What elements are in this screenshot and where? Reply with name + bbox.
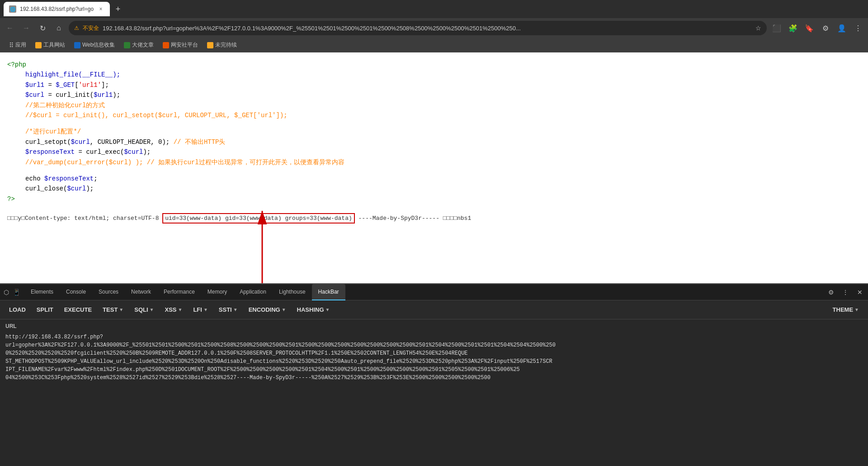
- devtools-actions: ⚙ ⋮ ✕: [825, 286, 866, 299]
- code-blank2: [7, 167, 861, 174]
- page-content: <?php highlight_file(__FILE__); $url1 = …: [0, 52, 868, 283]
- tab-console[interactable]: Console: [60, 284, 92, 300]
- hackbar-split-button[interactable]: SPLIT: [33, 304, 57, 315]
- menu-button[interactable]: ⋮: [852, 22, 864, 34]
- address-bar[interactable]: ⚠ 不安全 192.168.43.82/ssrf.php?url=gopher%…: [69, 21, 767, 35]
- code-display: <?php highlight_file(__FILE__); $url1 = …: [0, 52, 868, 211]
- hackbar-theme-button[interactable]: THEME ▼: [829, 304, 863, 315]
- uid-highlight-box: uid=33(www-data) gid=33(www-data) groups…: [162, 213, 354, 223]
- tab-sources[interactable]: Sources: [92, 284, 125, 300]
- home-button[interactable]: ⌂: [52, 22, 65, 34]
- tab-memory[interactable]: Memory: [201, 284, 233, 300]
- insecure-label: 不安全: [83, 24, 99, 32]
- code-blank1: [7, 120, 861, 127]
- hackbar-url-value[interactable]: http://192.168.43.82/ssrf.php? url=gophe…: [5, 333, 863, 382]
- hackbar-lfi-button[interactable]: LFI ▼: [189, 304, 211, 315]
- tab-application[interactable]: Application: [233, 284, 273, 300]
- output-suffix: ----Made-by-SpyD3r----- □□□□nbs1: [355, 215, 471, 222]
- bookmark-articles[interactable]: 大佬文章: [120, 40, 157, 50]
- devtools-device-icon[interactable]: 📱: [12, 288, 21, 297]
- hackbar-execute-button[interactable]: EXECUTE: [61, 304, 95, 315]
- tab-network[interactable]: Network: [125, 284, 157, 300]
- code-line-url1: $url1 = $_GET['url1'];: [25, 80, 861, 90]
- sqli-dropdown-arrow: ▼: [150, 307, 154, 312]
- code-line-curl-init: $curl = curl_init($url1);: [25, 90, 861, 100]
- refresh-button[interactable]: ↻: [36, 22, 49, 34]
- hackbar-test-button[interactable]: TEST ▼: [99, 304, 127, 315]
- bookmark-web-collect[interactable]: Web信息收集: [71, 40, 118, 50]
- bookmarks-bar: ⠿ 应用 工具网站 Web信息收集 大佬文章 网安社平台 未完待续: [0, 38, 868, 52]
- code-line-close: curl_close($curl);: [25, 184, 861, 194]
- code-line-comment3: /*进行curl配置*/: [25, 127, 861, 137]
- bookmark-platform-label: 网安社平台: [171, 41, 198, 49]
- devtools-tabs: ⬡ 📱 Elements Console Sources Network Per…: [0, 284, 868, 300]
- hackbar-url-label: URL: [5, 323, 863, 329]
- devtools-more-icon[interactable]: ⋮: [839, 286, 852, 299]
- ssti-dropdown-arrow: ▼: [233, 307, 238, 312]
- bookmark-apps[interactable]: ⠿ 应用: [5, 40, 30, 50]
- output-prefix: □□□y□Content-type: text/html; charset=UT…: [7, 215, 162, 222]
- code-line-comment4: //var_dump(curl_error($curl) ); // 如果执行c…: [25, 157, 861, 167]
- devtools-inspect-icon[interactable]: ⬡: [2, 288, 11, 297]
- code-line-comment2: //$curl = curl_init(), curl_setopt($curl…: [25, 110, 861, 120]
- bookmark-unfinished[interactable]: 未完待续: [203, 40, 241, 50]
- extensions-button[interactable]: 🧩: [787, 22, 799, 34]
- theme-dropdown-arrow: ▼: [854, 307, 859, 312]
- tab-elements[interactable]: Elements: [24, 284, 60, 300]
- forward-button[interactable]: →: [20, 22, 33, 34]
- tab-title: 192.168.43.82/ssrf.php?url=go: [20, 6, 94, 12]
- code-line-exec: $responseText = curl_exec($curl);: [25, 147, 861, 157]
- code-line-comment1: //第二种初始化curl的方式: [25, 100, 861, 110]
- bookmark-unfinished-label: 未完待续: [215, 41, 237, 49]
- bookmark-platform[interactable]: 网安社平台: [159, 40, 202, 50]
- browser-chrome: 🌐 192.168.43.82/ssrf.php?url=go × + ← → …: [0, 0, 868, 52]
- encoding-dropdown-arrow: ▼: [282, 307, 286, 312]
- devtools-settings-icon[interactable]: ⚙: [825, 286, 837, 299]
- settings-button[interactable]: ⚙: [819, 22, 832, 34]
- tab-favicon: 🌐: [9, 5, 16, 13]
- bookmark-star-icon[interactable]: ☆: [755, 24, 761, 32]
- code-line-php-open: <?php: [7, 60, 861, 70]
- hackbar-xss-button[interactable]: XSS ▼: [161, 304, 186, 315]
- bookmark-web-label: Web信息收集: [82, 41, 115, 49]
- bookmark-button[interactable]: 🔖: [803, 22, 816, 34]
- tab-performance[interactable]: Performance: [157, 284, 201, 300]
- new-tab-button[interactable]: +: [112, 3, 124, 15]
- bookmark-articles-label: 大佬文章: [132, 41, 154, 49]
- hackbar-ssti-button[interactable]: SSTI ▼: [215, 304, 241, 315]
- cast-button[interactable]: ⬛: [770, 22, 783, 34]
- hackbar-hashing-button[interactable]: HASHING ▼: [293, 304, 334, 315]
- hackbar-load-button[interactable]: LOAD: [5, 304, 29, 315]
- hackbar-toolbar: LOAD SPLIT EXECUTE TEST ▼ SQLI ▼ XSS ▼ L…: [0, 300, 868, 319]
- hackbar-content: URL http://192.168.43.82/ssrf.php? url=g…: [0, 319, 868, 466]
- code-line-highlight: highlight_file(__FILE__);: [25, 70, 861, 80]
- tab-hackbar[interactable]: HackBar: [312, 284, 345, 300]
- hackbar-sqli-button[interactable]: SQLI ▼: [131, 304, 157, 315]
- devtools-close-icon[interactable]: ✕: [854, 286, 866, 299]
- tab-lighthouse[interactable]: Lighthouse: [273, 284, 312, 300]
- bookmark-apps-label: 应用: [15, 41, 26, 49]
- test-dropdown-arrow: ▼: [119, 307, 123, 312]
- lfi-dropdown-arrow: ▼: [203, 307, 208, 312]
- tab-bar: 🌐 192.168.43.82/ssrf.php?url=go × +: [0, 0, 868, 18]
- devtools-panel: ⬡ 📱 Elements Console Sources Network Per…: [0, 283, 868, 466]
- url-display: 192.168.43.82/ssrf.php?url=gopher%3A%2F%…: [103, 25, 752, 32]
- code-line-echo: echo $responseText;: [25, 174, 861, 184]
- output-line: □□□y□Content-type: text/html; charset=UT…: [0, 211, 868, 225]
- code-line-setheader: curl_setopt($curl, CURLOPT_HEADER, 0); /…: [25, 137, 861, 147]
- bookmark-tools[interactable]: 工具网站: [32, 40, 69, 50]
- bookmark-tools-label: 工具网站: [43, 41, 65, 49]
- back-button[interactable]: ←: [4, 22, 16, 34]
- code-line-php-close: ?>: [7, 194, 861, 204]
- xss-dropdown-arrow: ▼: [178, 307, 183, 312]
- browser-tab[interactable]: 🌐 192.168.43.82/ssrf.php?url=go ×: [4, 2, 110, 16]
- insecure-icon: ⚠: [74, 25, 79, 31]
- hashing-dropdown-arrow: ▼: [326, 307, 330, 312]
- nav-bar: ← → ↻ ⌂ ⚠ 不安全 192.168.43.82/ssrf.php?url…: [0, 18, 868, 38]
- nav-actions: ⬛ 🧩 🔖 ⚙ 👤 ⋮: [770, 22, 864, 34]
- account-button[interactable]: 👤: [835, 22, 848, 34]
- tab-close-button[interactable]: ×: [97, 5, 104, 13]
- hackbar-encoding-button[interactable]: ENCODING ▼: [245, 304, 290, 315]
